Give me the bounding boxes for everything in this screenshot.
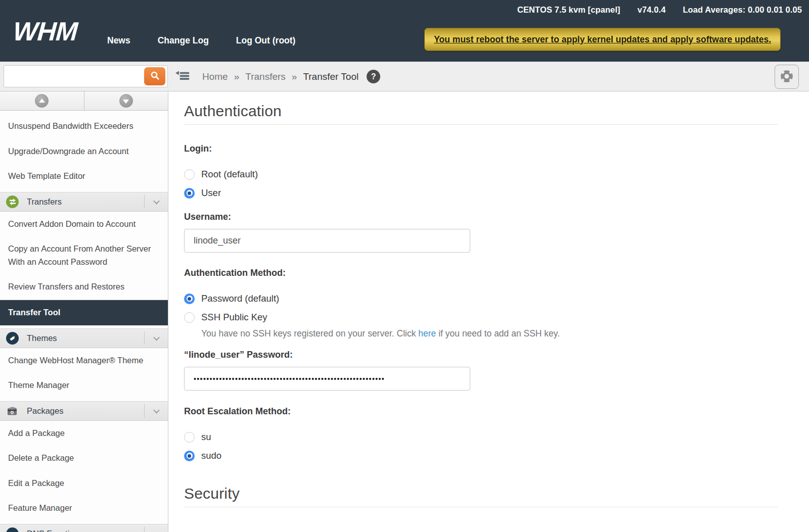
- sidebar-item-copy-an-account-from-another-server-with-an-account-password[interactable]: Copy an Account From Another Server With…: [0, 236, 168, 274]
- whm-app: CENTOS 7.5 kvm [cpanel] v74.0.4 Load Ave…: [0, 0, 809, 532]
- nav-news-link[interactable]: News: [107, 35, 130, 46]
- sidebar-section-label: Themes: [27, 333, 57, 343]
- username-label: Username:: [184, 212, 778, 222]
- breadcrumb-home[interactable]: Home: [202, 71, 228, 82]
- header-nav: News Change Log Log Out (root): [107, 35, 295, 46]
- sidebar: Unsuspend Bandwidth ExceedersUpgrade/Dow…: [0, 91, 168, 532]
- radio-label: Password (default): [201, 293, 279, 304]
- ssh-note-text: You have no SSH keys registered on your …: [201, 328, 418, 338]
- help-icon[interactable]: ?: [367, 70, 380, 83]
- sidebar-section-label: Transfers: [27, 197, 62, 207]
- authentication-method-radio-group: Password (default)SSH Public Key: [184, 293, 778, 323]
- authentication-method-label: Authentication Method:: [184, 268, 778, 278]
- toolbar: Home » Transfers » Transfer Tool ?: [0, 62, 809, 91]
- search-icon: [150, 71, 160, 82]
- status-load-averages: Load Averages: 0.00 0.01 0.05: [683, 5, 802, 15]
- sidebar-item-theme-manager[interactable]: Theme Manager: [0, 373, 168, 398]
- sidebar-item-add-a-package[interactable]: Add a Package: [0, 421, 168, 446]
- ssh-key-note: You have no SSH keys registered on your …: [201, 328, 778, 339]
- scroll-down-icon: [119, 94, 133, 108]
- chevron-down-icon[interactable]: [145, 200, 168, 204]
- sidebar-item-feature-manager[interactable]: Feature Manager: [0, 496, 168, 521]
- breadcrumb-separator: »: [292, 71, 297, 82]
- sidebar-menu: Unsuspend Bandwidth ExceedersUpgrade/Dow…: [0, 111, 168, 532]
- sidebar-search: [4, 65, 168, 87]
- packages-icon: [6, 405, 19, 417]
- search-button[interactable]: [144, 67, 165, 85]
- radio-sudo-checked[interactable]: [184, 451, 195, 461]
- login-radio-group: Root (default)User: [184, 169, 778, 199]
- sidebar-section-packages[interactable]: Packages: [0, 401, 168, 421]
- sidebar-section-label: Packages: [27, 406, 63, 416]
- app-header: CENTOS 7.5 kvm [cpanel] v74.0.4 Load Ave…: [0, 0, 809, 62]
- themes-icon: [6, 332, 19, 345]
- scroll-up-icon: [35, 94, 49, 108]
- server-statusbar: CENTOS 7.5 kvm [cpanel] v74.0.4 Load Ave…: [517, 5, 802, 15]
- radio-label: User: [201, 187, 221, 199]
- breadcrumb-current-page: Transfer Tool: [303, 71, 358, 82]
- radio-root-default[interactable]: [184, 169, 195, 180]
- security-section-title: Security: [184, 485, 778, 507]
- radio-option-sudo[interactable]: sudo: [184, 450, 778, 461]
- radio-option-ssh-public-key[interactable]: SSH Public Key: [184, 312, 778, 323]
- support-button[interactable]: [775, 65, 799, 89]
- nav-logout-link[interactable]: Log Out (root): [236, 35, 296, 46]
- collapse-sidebar-button[interactable]: [175, 70, 191, 83]
- sidebar-item-delete-a-package[interactable]: Delete a Package: [0, 446, 168, 471]
- collapse-sidebar-icon: [175, 76, 191, 83]
- sidebar-section-controls: [144, 402, 168, 420]
- username-input[interactable]: [184, 229, 470, 253]
- sidebar-section-themes[interactable]: Themes: [0, 328, 168, 348]
- breadcrumb-separator: »: [234, 71, 240, 82]
- chevron-down-icon[interactable]: [145, 409, 168, 413]
- sidebar-section-label: DNS Functions: [27, 529, 83, 532]
- sidebar-item-change-webhost-manager-theme[interactable]: Change WebHost Manager® Theme: [0, 348, 168, 373]
- support-lifebuoy-icon: [780, 69, 794, 85]
- radio-option-password-default[interactable]: Password (default): [184, 293, 778, 304]
- root-escalation-method-label: Root Escalation Method:: [184, 406, 778, 417]
- ssh-note-here-link[interactable]: here: [418, 328, 436, 338]
- radio-ssh-public-key[interactable]: [184, 312, 195, 323]
- transfers-icon: [6, 196, 19, 208]
- sidebar-section-controls: [144, 524, 168, 532]
- reboot-alert-text: You must reboot the server to apply kern…: [434, 34, 771, 45]
- radio-option-su[interactable]: su: [184, 431, 778, 443]
- sidebar-section-transfers[interactable]: Transfers: [0, 192, 168, 212]
- radio-password-default-checked[interactable]: [184, 294, 195, 304]
- status-system: CENTOS 7.5 kvm [cpanel]: [517, 5, 620, 15]
- sidebar-scroll-controls: [0, 91, 168, 111]
- sidebar-item-unsuspend-bandwidth-exceeders[interactable]: Unsuspend Bandwidth Exceeders: [0, 114, 168, 139]
- radio-su[interactable]: [184, 432, 195, 443]
- ssh-note-text: if you need to add an SSH key.: [436, 328, 560, 338]
- sidebar-scroll-down-button[interactable]: [84, 91, 168, 110]
- search-input[interactable]: [4, 66, 144, 87]
- password-label: “linode_user” Password:: [184, 350, 778, 360]
- sidebar-item-transfer-tool[interactable]: Transfer Tool: [0, 300, 168, 325]
- dns-icon: DNS: [6, 527, 19, 532]
- reboot-alert-button[interactable]: You must reboot the server to apply kern…: [424, 28, 781, 51]
- breadcrumb-transfers[interactable]: Transfers: [245, 71, 286, 82]
- radio-label: sudo: [201, 450, 221, 461]
- sidebar-item-edit-a-package[interactable]: Edit a Package: [0, 471, 168, 496]
- sidebar-section-dns-functions[interactable]: DNSDNS Functions: [0, 524, 168, 532]
- radio-label: su: [201, 431, 211, 443]
- radio-option-user[interactable]: User: [184, 187, 778, 199]
- sidebar-item-review-transfers-and-restores[interactable]: Review Transfers and Restores: [0, 274, 168, 300]
- whm-logo: WHM: [12, 18, 78, 44]
- sidebar-section-controls: [144, 192, 168, 211]
- root-escalation-radio-group: susudo: [184, 431, 778, 461]
- password-input[interactable]: [184, 367, 470, 391]
- authentication-section-title: Authentication: [184, 103, 778, 125]
- sidebar-scroll-up-button[interactable]: [0, 91, 84, 110]
- radio-user-checked[interactable]: [184, 188, 195, 199]
- sidebar-item-convert-addon-domain-to-account[interactable]: Convert Addon Domain to Account: [0, 212, 168, 237]
- sidebar-item-upgrade-downgrade-an-account[interactable]: Upgrade/Downgrade an Account: [0, 139, 168, 164]
- radio-label: Root (default): [201, 169, 258, 180]
- nav-changelog-link[interactable]: Change Log: [158, 35, 209, 46]
- chevron-down-icon[interactable]: [145, 336, 168, 341]
- radio-label: SSH Public Key: [201, 312, 267, 323]
- sidebar-item-web-template-editor[interactable]: Web Template Editor: [0, 164, 168, 189]
- login-label: Login:: [184, 143, 778, 154]
- breadcrumb: Home » Transfers » Transfer Tool ?: [202, 62, 380, 91]
- radio-option-root-default[interactable]: Root (default): [184, 169, 778, 180]
